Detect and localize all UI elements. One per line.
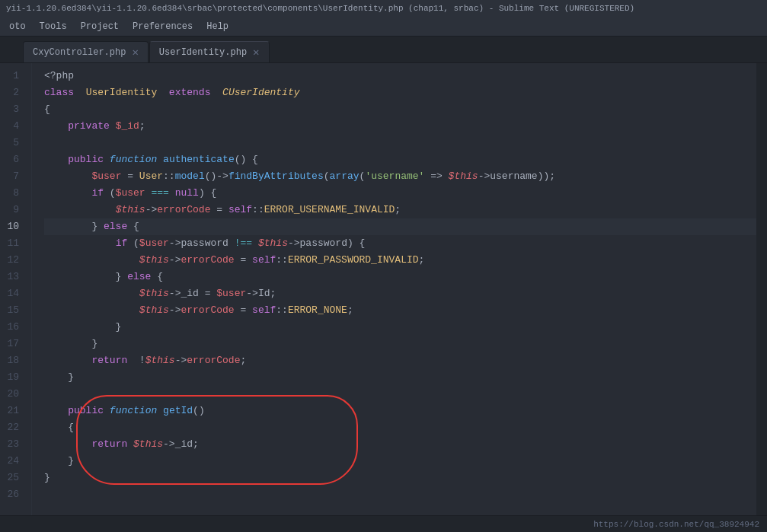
code-line-5	[44, 135, 756, 151]
code-line-1: <?php	[44, 68, 756, 84]
status-url: https://blog.csdn.net/qq_38924942	[593, 520, 759, 529]
code-line-18: return !$this->errorCode;	[44, 352, 756, 369]
code-line-9: $this->errorCode = self::ERROR_USERNAME_…	[44, 202, 756, 218]
minimap	[756, 63, 767, 515]
code-line-26	[44, 486, 756, 503]
code-line-13: } else {	[44, 269, 756, 285]
code-line-6: public function authenticate() {	[44, 151, 756, 168]
code-line-23: return $this->_id;	[44, 436, 756, 453]
code-line-11: if ($user->password !== $this->password)…	[44, 235, 756, 252]
title-bar: yii-1.1.20.6ed384\yii-1.1.20.6ed384\srba…	[0, 0, 767, 17]
code-line-22: {	[44, 419, 756, 436]
code-line-17: }	[44, 336, 756, 352]
code-line-8: if ($user === null) {	[44, 185, 756, 202]
code-line-3: {	[44, 101, 756, 118]
code-line-4: private $_id;	[44, 118, 756, 135]
code-line-25: }	[44, 470, 756, 486]
tab-bar: CxyController.php ✕ UserIdentity.php ✕	[0, 37, 767, 63]
menu-help[interactable]: Help	[200, 20, 235, 33]
code-line-21: public function getId()	[44, 403, 756, 419]
code-editor: 1 2 3 4 5 6 7 8 9 10 11 12 13 14 15 16 1…	[0, 63, 767, 515]
menu-oto[interactable]: oto	[3, 20, 32, 33]
code-line-15: $this->errorCode = self::ERROR_NONE;	[44, 302, 756, 319]
code-line-2: class UserIdentity extends CUserIdentity	[44, 84, 756, 101]
code-line-12: $this->errorCode = self::ERROR_PASSWORD_…	[44, 252, 756, 269]
code-content[interactable]: <?php class UserIdentity extends CUserId…	[32, 63, 756, 515]
menu-preferences[interactable]: Preferences	[126, 20, 199, 33]
code-line-16: }	[44, 319, 756, 336]
tab-label-active: UserIdentity.php	[159, 47, 247, 58]
tab-close-useridentity[interactable]: ✕	[251, 47, 260, 58]
code-line-10: } else {	[44, 218, 756, 235]
tab-close-cxycontroller[interactable]: ✕	[130, 47, 139, 58]
code-line-14: $this->_id = $user->Id;	[44, 285, 756, 302]
code-line-7: $user = User::model()->findByAttributes(…	[44, 168, 756, 185]
code-line-24: }	[44, 453, 756, 470]
tab-label: CxyController.php	[33, 47, 126, 58]
code-line-20	[44, 386, 756, 403]
menu-bar: oto Tools Project Preferences Help	[0, 17, 767, 37]
title-text: yii-1.1.20.6ed384\yii-1.1.20.6ed384\srba…	[6, 4, 634, 13]
code-line-19: }	[44, 369, 756, 386]
tab-cxycontroller[interactable]: CxyController.php ✕	[23, 41, 149, 62]
tab-useridentity[interactable]: UserIdentity.php ✕	[149, 41, 270, 62]
line-numbers: 1 2 3 4 5 6 7 8 9 10 11 12 13 14 15 16 1…	[0, 63, 32, 515]
menu-tools[interactable]: Tools	[34, 20, 73, 33]
status-bar: https://blog.csdn.net/qq_38924942	[0, 515, 767, 532]
menu-project[interactable]: Project	[75, 20, 125, 33]
